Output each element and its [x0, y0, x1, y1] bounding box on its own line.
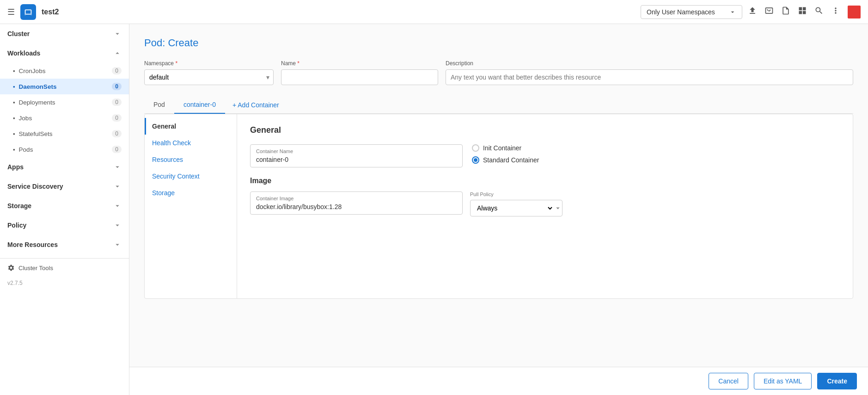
app-title: test2	[42, 8, 59, 16]
sidebar-section-service-discovery[interactable]: Service Discovery	[0, 177, 129, 196]
namespace-selector[interactable]: Only User Namespaces	[641, 5, 742, 19]
page-title: Pod: Create	[144, 37, 853, 49]
section-content: General Container Name container-0 Init …	[237, 114, 853, 298]
image-row: Container Image docker.io/library/busybo…	[250, 191, 840, 216]
tab-container-0[interactable]: container-0	[174, 96, 225, 114]
service-discovery-label: Service Discovery	[7, 183, 63, 190]
name-label: Name *	[281, 60, 438, 67]
pull-policy-wrapper: Always Never IfNotPresent	[470, 200, 562, 216]
container-tabs: Pod container-0 + Add Container	[144, 96, 853, 114]
statefulsets-count: 0	[112, 130, 122, 137]
namespace-select-wrapper: default ▾	[144, 69, 274, 85]
sidebar-section-workloads[interactable]: Workloads	[0, 43, 129, 63]
sidebar-item-jobs[interactable]: ▪ Jobs 0	[0, 110, 129, 126]
topbar-actions	[748, 6, 861, 19]
cluster-label: Cluster	[7, 30, 30, 37]
sidebar-section-more-resources[interactable]: More Resources	[0, 235, 129, 254]
namespace-required: *	[175, 60, 177, 67]
standard-container-radio[interactable]	[472, 156, 479, 164]
section-nav-general[interactable]: General	[145, 118, 237, 135]
bottom-bar: Cancel Edit as YAML Create	[129, 367, 868, 395]
name-required: *	[297, 60, 300, 67]
container-name-field-box: Container Name container-0	[250, 144, 463, 167]
description-label: Description	[446, 60, 853, 67]
sidebar: Cluster Workloads ▪ CronJobs 0 ▪ DaemonS…	[0, 24, 129, 395]
statefulsets-icon: ▪	[13, 130, 15, 137]
more-icon[interactable]	[831, 6, 840, 18]
pull-policy-field: Pull Policy Always Never IfNotPresent	[470, 191, 562, 216]
namespace-selector-value: Only User Namespaces	[647, 8, 725, 16]
storage-label: Storage	[7, 202, 31, 210]
standard-container-option[interactable]: Standard Container	[472, 156, 539, 164]
document-icon[interactable]	[781, 6, 790, 18]
create-form-row: Namespace * default ▾ Name * busybox Des…	[144, 60, 853, 85]
image-section-title: Image	[250, 177, 840, 185]
version-label: v2.7.5	[0, 277, 129, 289]
pods-label: Pods	[19, 146, 33, 153]
cronjobs-count: 0	[112, 67, 122, 74]
init-container-option[interactable]: Init Container	[472, 144, 539, 152]
grid-icon[interactable]	[798, 6, 807, 18]
jobs-label: Jobs	[19, 115, 32, 122]
sidebar-item-statefulsets[interactable]: ▪ StatefulSets 0	[0, 126, 129, 142]
cancel-button[interactable]: Cancel	[709, 373, 748, 389]
sidebar-item-deployments[interactable]: ▪ Deployments 0	[0, 94, 129, 110]
user-avatar[interactable]	[848, 6, 861, 19]
container-image-value: docker.io/library/busybox:1.28	[256, 203, 457, 210]
init-container-radio[interactable]	[472, 144, 479, 152]
section-nav-security-context[interactable]: Security Context	[145, 168, 237, 185]
deployments-count: 0	[112, 99, 122, 106]
jobs-count: 0	[112, 114, 122, 122]
jobs-icon: ▪	[13, 115, 15, 122]
sidebar-item-pods[interactable]: ▪ Pods 0	[0, 142, 129, 157]
page-title-prefix: Pod:	[144, 37, 165, 49]
name-field: Name * busybox	[281, 60, 438, 85]
deployments-icon: ▪	[13, 99, 15, 106]
daemonsets-count: 0	[112, 83, 122, 90]
cluster-tools-button[interactable]: Cluster Tools	[0, 258, 129, 277]
cronjobs-label: CronJobs	[19, 68, 46, 74]
search-icon[interactable]	[814, 6, 824, 18]
init-container-label: Init Container	[483, 144, 521, 152]
section-nav-health-check[interactable]: Health Check	[145, 135, 237, 151]
edit-as-yaml-button[interactable]: Edit as YAML	[754, 373, 812, 389]
section-nav: General Health Check Resources Security …	[145, 114, 237, 298]
description-input[interactable]	[446, 69, 853, 85]
namespace-select[interactable]: default	[145, 70, 263, 85]
name-input[interactable]: busybox	[281, 69, 438, 85]
more-resources-label: More Resources	[7, 241, 58, 248]
general-row: Container Name container-0 Init Containe…	[250, 144, 840, 167]
statefulsets-label: StatefulSets	[19, 130, 53, 137]
upload-icon[interactable]	[748, 6, 757, 18]
apps-label: Apps	[7, 163, 24, 171]
terminal-icon[interactable]	[764, 6, 774, 18]
sidebar-item-cronjobs[interactable]: ▪ CronJobs 0	[0, 63, 129, 79]
policy-label: Policy	[7, 222, 26, 229]
add-container-tab[interactable]: + Add Container	[225, 97, 287, 113]
main-layout: Cluster Workloads ▪ CronJobs 0 ▪ DaemonS…	[0, 24, 868, 395]
sidebar-section-apps[interactable]: Apps	[0, 157, 129, 177]
pod-layout: General Health Check Resources Security …	[144, 114, 853, 299]
workloads-label: Workloads	[7, 49, 40, 57]
general-section-title: General	[250, 125, 840, 135]
namespace-label: Namespace *	[144, 60, 274, 67]
sidebar-item-daemonsets[interactable]: ▪ DaemonSets 0	[0, 79, 129, 94]
pods-count: 0	[112, 146, 122, 153]
tab-pod[interactable]: Pod	[144, 96, 174, 114]
pull-policy-select[interactable]: Always Never IfNotPresent	[471, 200, 554, 216]
container-name-value: container-0	[256, 156, 457, 163]
section-nav-resources[interactable]: Resources	[145, 151, 237, 168]
cronjobs-icon: ▪	[13, 68, 15, 74]
menu-icon[interactable]: ☰	[7, 7, 15, 17]
create-button[interactable]: Create	[817, 373, 857, 389]
pods-icon: ▪	[13, 146, 15, 153]
section-nav-storage[interactable]: Storage	[145, 185, 237, 201]
cluster-tools-label: Cluster Tools	[18, 265, 53, 272]
namespace-field: Namespace * default ▾	[144, 60, 274, 85]
sidebar-section-storage[interactable]: Storage	[0, 196, 129, 216]
main-content: Pod: Create Namespace * default ▾ Name *	[129, 24, 868, 395]
container-image-label: Container Image	[256, 196, 457, 201]
sidebar-section-policy[interactable]: Policy	[0, 216, 129, 235]
container-type-selector: Init Container Standard Container	[472, 144, 539, 164]
sidebar-section-cluster[interactable]: Cluster	[0, 24, 129, 43]
